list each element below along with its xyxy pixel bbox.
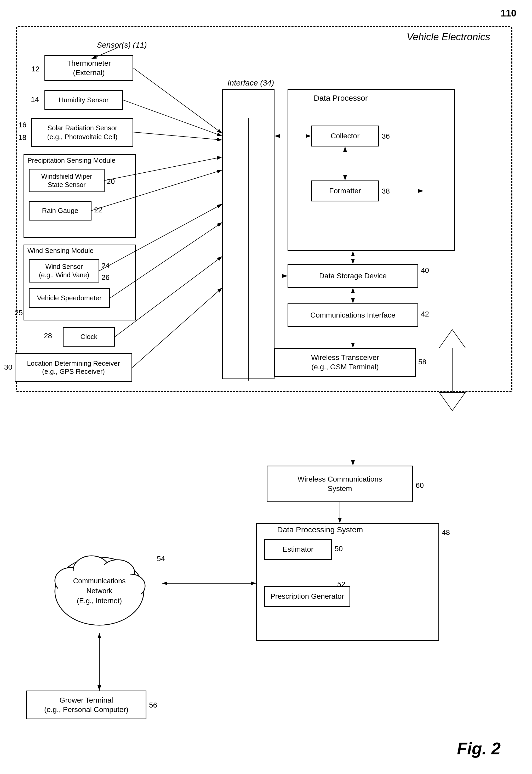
wind-sensor-box: Wind Sensor(e.g., Wind Vane): [29, 259, 99, 282]
data-processor-box: [288, 89, 455, 251]
comm-network-container: CommunicationsNetwork(E.g., Internet): [50, 549, 149, 633]
wind-module-box: [24, 244, 136, 320]
ref-38: 38: [382, 187, 390, 195]
wireless-transceiver-box: Wireless Transceiver(e.g., GSM Terminal): [274, 348, 416, 377]
ref-20: 20: [107, 177, 115, 186]
thermometer-box: Thermometer(External): [44, 55, 133, 81]
ref-50: 50: [335, 545, 343, 553]
ref-24: 24: [101, 261, 110, 270]
data-processing-label: Data Processing System: [277, 525, 363, 534]
fig-label: Fig. 2: [457, 739, 501, 758]
precip-module-label: Precipitation Sensing Module: [27, 156, 116, 164]
wind-module-label: Wind Sensing Module: [27, 247, 94, 255]
ref-40: 40: [421, 266, 429, 275]
clock-box: Clock: [63, 327, 115, 346]
ref-36: 36: [382, 132, 390, 140]
interface-box: [222, 89, 274, 379]
precip-module-box: [24, 154, 136, 238]
grower-terminal-box: Grower Terminal(e.g., Personal Computer): [26, 691, 146, 719]
ref-22: 22: [94, 206, 102, 214]
ref-14: 14: [31, 95, 39, 104]
prescription-box: Prescription Generator: [264, 586, 350, 607]
data-storage-box: Data Storage Device: [288, 264, 418, 288]
rain-gauge-box: Rain Gauge: [29, 201, 91, 220]
ref-58: 58: [418, 358, 426, 366]
ref-12: 12: [31, 65, 39, 73]
formatter-box: Formatter: [311, 180, 379, 201]
estimator-box: Estimator: [264, 539, 332, 560]
collector-box: Collector: [311, 126, 379, 146]
vehicle-electronics-label: Vehicle Electronics: [407, 31, 490, 43]
ref-60: 60: [416, 481, 424, 490]
svg-marker-29: [439, 393, 465, 411]
diagram-number: 110: [501, 8, 516, 19]
ref-25: 25: [15, 309, 23, 317]
ref-16: 16: [18, 121, 26, 129]
ref-18: 18: [18, 133, 26, 142]
interface-label: Interface (34): [227, 78, 274, 87]
wireless-comm-box: Wireless CommunicationsSystem: [267, 466, 413, 502]
humidity-box: Humidity Sensor: [44, 90, 123, 110]
data-processor-label: Data Processor: [314, 94, 368, 102]
ref-54: 54: [157, 555, 165, 563]
windshield-box: Windshield WiperState Sensor: [29, 169, 105, 192]
speedometer-box: Vehicle Speedometer: [29, 288, 110, 308]
ref-30: 30: [4, 363, 12, 371]
ref-28: 28: [44, 332, 52, 340]
comm-interface-box: Communications Interface: [288, 303, 418, 327]
ref-52: 52: [337, 580, 345, 589]
ref-56: 56: [149, 701, 157, 709]
gps-box: Location Determining Receiver(e.g., GPS …: [15, 353, 132, 382]
sensor-label: Sensor(s) (11): [97, 41, 147, 49]
ref-42: 42: [421, 310, 429, 318]
solar-box: Solar Radiation Sensor(e.g., Photovoltai…: [31, 118, 133, 147]
ref-48: 48: [442, 528, 450, 537]
ref-26: 26: [101, 273, 110, 282]
